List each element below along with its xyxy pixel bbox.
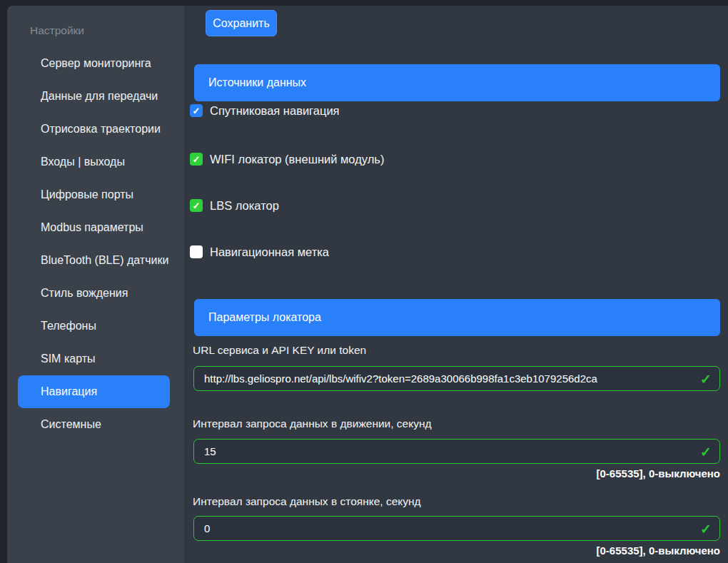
sidebar-item-data-transfer[interactable]: Данные для передачи bbox=[18, 80, 170, 113]
range-hint: [0-65535], 0-выключено bbox=[597, 467, 720, 480]
settings-sidebar: Настройки Сервер мониторинга Данные для … bbox=[7, 6, 184, 563]
sidebar-item-system[interactable]: Системные bbox=[18, 408, 170, 441]
url-api-key-input[interactable] bbox=[193, 366, 720, 391]
sidebar-item-bluetooth-ble-sensors[interactable]: BlueTooth (BLE) датчики bbox=[18, 244, 170, 277]
url-api-key-label: URL сервиса и API KEY или token bbox=[193, 344, 366, 357]
checkbox-checked-icon[interactable]: ✓ bbox=[190, 104, 203, 117]
sidebar-item-inputs-outputs[interactable]: Входы | выходы bbox=[18, 146, 170, 178]
save-button[interactable]: Сохранить bbox=[206, 10, 277, 36]
checkbox-label: LBS локатор bbox=[210, 199, 279, 213]
section-title: Источники данных bbox=[208, 76, 306, 89]
range-hint: [0-65535], 0-выключено bbox=[597, 544, 720, 557]
interval-parked-label: Интервал запроса данных в стоянке, секун… bbox=[193, 495, 421, 508]
checkbox-checked-icon[interactable]: ✓ bbox=[190, 199, 203, 212]
checkbox-row-navigation-beacon[interactable]: Навигационная метка bbox=[190, 245, 329, 259]
sidebar-item-digital-ports[interactable]: Цифровые порты bbox=[18, 178, 170, 211]
section-header-locator-params: Параметры локатора bbox=[194, 299, 720, 336]
interval-parked-field: ✓ bbox=[193, 516, 720, 541]
sidebar-item-track-drawing[interactable]: Отрисовка траектории bbox=[18, 113, 170, 146]
checkbox-label: WIFI локатор (внешний модуль) bbox=[210, 153, 384, 166]
section-title: Параметры локатора bbox=[208, 311, 321, 324]
checkbox-checked-icon[interactable]: ✓ bbox=[190, 153, 203, 166]
sidebar-item-sim-cards[interactable]: SIM карты bbox=[18, 343, 170, 375]
interval-moving-field: ✓ bbox=[193, 439, 720, 464]
sidebar-item-phones[interactable]: Телефоны bbox=[18, 310, 170, 343]
url-api-key-field: ✓ bbox=[193, 366, 720, 391]
checkbox-label: Спутниковая навигация bbox=[210, 104, 340, 118]
checkbox-row-satellite-navigation[interactable]: ✓ Спутниковая навигация bbox=[190, 103, 340, 118]
section-header-data-sources: Источники данных bbox=[194, 64, 720, 101]
check-icon: ✓ bbox=[193, 155, 201, 164]
checkbox-unchecked-icon[interactable] bbox=[190, 245, 203, 258]
interval-moving-input[interactable] bbox=[193, 439, 720, 464]
sidebar-item-server-monitoring[interactable]: Сервер мониторинга bbox=[18, 47, 170, 80]
checkbox-row-lbs-locator[interactable]: ✓ LBS локатор bbox=[190, 198, 279, 213]
check-icon: ✓ bbox=[193, 106, 201, 116]
sidebar-item-modbus-params[interactable]: Modbus параметры bbox=[18, 211, 170, 244]
checkbox-label: Навигационная метка bbox=[210, 245, 329, 259]
settings-content: Сохранить Источники данных ✓ Спутниковая… bbox=[184, 6, 728, 563]
sidebar-title: Настройки bbox=[7, 14, 184, 47]
sidebar-item-navigation[interactable]: Навигация bbox=[18, 375, 170, 408]
sidebar-item-driving-style[interactable]: Стиль вождения bbox=[18, 277, 170, 310]
interval-moving-label: Интервал запроса данных в движении, секу… bbox=[193, 417, 432, 430]
checkbox-row-wifi-locator[interactable]: ✓ WIFI локатор (внешний модуль) bbox=[190, 152, 384, 166]
interval-parked-input[interactable] bbox=[193, 516, 720, 541]
check-icon: ✓ bbox=[193, 201, 201, 211]
